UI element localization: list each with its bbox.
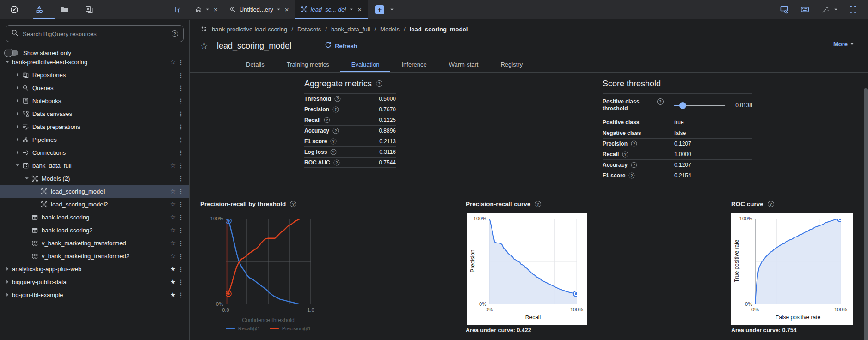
help-icon[interactable] xyxy=(631,162,637,168)
vertical-scrollbar[interactable] xyxy=(864,88,868,340)
chevron-down-icon[interactable] xyxy=(277,7,281,12)
pr-by-threshold-help-icon[interactable] xyxy=(290,201,296,207)
item-menu-icon[interactable] xyxy=(177,227,185,234)
tree-item-notebooks[interactable]: Notebooks xyxy=(0,94,189,107)
expander-caret-right-icon[interactable] xyxy=(13,136,22,143)
breadcrumb-bank-predictive-lead-scoring[interactable]: bank-predictive-lead-scoring xyxy=(212,26,287,33)
pr-by-threshold-chart[interactable] xyxy=(226,219,311,306)
help-icon[interactable] xyxy=(629,173,635,179)
item-menu-icon[interactable] xyxy=(177,266,185,273)
tree-item-data-canvases[interactable]: Data canvases xyxy=(0,107,189,120)
expander-caret-right-icon[interactable] xyxy=(13,110,22,117)
folder-icon[interactable] xyxy=(58,4,70,16)
expander-caret-down-icon[interactable] xyxy=(3,58,12,66)
item-menu-icon[interactable] xyxy=(177,85,185,91)
tab-warm-start[interactable]: Warm-start xyxy=(438,57,490,72)
breadcrumb-models[interactable]: Models xyxy=(380,26,400,33)
magic-wand-icon[interactable] xyxy=(819,4,831,16)
tree-item-bank-data-full[interactable]: bank_data_full xyxy=(0,159,189,172)
star-icon[interactable] xyxy=(169,239,177,247)
tree-item-lead-scoring-model2[interactable]: lead_scoring_model2 xyxy=(0,198,189,211)
help-icon[interactable] xyxy=(631,141,637,147)
item-menu-icon[interactable] xyxy=(177,110,185,117)
tab-list-chevron-down-icon[interactable] xyxy=(390,7,394,12)
slider-knob[interactable] xyxy=(679,102,686,109)
repository-panel-icon[interactable] xyxy=(83,4,95,16)
breadcrumb-bank-data-full[interactable]: bank_data_full xyxy=(331,26,370,33)
tree-item-bank-lead-scoring2[interactable]: bank-lead-scoring2 xyxy=(0,224,189,237)
help-icon[interactable] xyxy=(657,98,664,105)
editor-tab-home[interactable] xyxy=(190,0,224,19)
expander-caret-right-icon[interactable] xyxy=(13,149,22,156)
star-icon[interactable] xyxy=(169,226,177,234)
expander-caret-right-icon[interactable] xyxy=(3,278,12,285)
star-icon[interactable] xyxy=(169,278,177,285)
expander-caret-right-icon[interactable] xyxy=(13,97,22,104)
tree-item-models-2[interactable]: Models (2) xyxy=(0,172,189,185)
breadcrumb-datasets[interactable]: Datasets xyxy=(297,26,321,33)
pr-curve-help-icon[interactable] xyxy=(535,201,541,207)
refresh-button[interactable]: Refresh xyxy=(325,42,357,50)
more-button[interactable]: More xyxy=(833,41,854,48)
star-icon[interactable] xyxy=(169,291,177,298)
show-starred-toggle[interactable] xyxy=(6,50,18,56)
compass-icon[interactable] xyxy=(8,4,20,16)
close-tab-icon[interactable] xyxy=(213,6,219,13)
pr-curve-chart[interactable] xyxy=(489,219,577,306)
search-box[interactable] xyxy=(6,25,184,42)
tab-evaluation[interactable]: Evaluation xyxy=(340,57,391,72)
tree-item-v-bank-marketing-transformed2[interactable]: v_bank_marketing_transformed2 xyxy=(0,249,189,262)
item-menu-icon[interactable] xyxy=(177,214,185,221)
item-menu-icon[interactable] xyxy=(177,175,185,182)
editor-tab-untitled-query[interactable]: Untitled...ery xyxy=(224,0,295,19)
tab-inference[interactable]: Inference xyxy=(390,57,437,72)
tab-registry[interactable]: Registry xyxy=(489,57,534,72)
help-icon[interactable] xyxy=(324,117,330,123)
expander-caret-right-icon[interactable] xyxy=(13,123,22,130)
threshold-slider[interactable] xyxy=(674,102,725,109)
item-menu-icon[interactable] xyxy=(177,188,185,195)
star-icon[interactable] xyxy=(169,58,177,66)
item-menu-icon[interactable] xyxy=(177,123,185,130)
expander-caret-down-icon[interactable] xyxy=(22,175,31,182)
help-icon[interactable] xyxy=(335,96,341,102)
tree-item-bank-lead-scoring[interactable]: bank-lead-scoring xyxy=(0,211,189,224)
explorer-shapes-icon[interactable] xyxy=(33,4,45,16)
item-menu-icon[interactable] xyxy=(177,201,185,208)
chevron-down-icon[interactable] xyxy=(349,7,353,12)
chevron-down-icon[interactable] xyxy=(205,7,209,12)
item-menu-icon[interactable] xyxy=(177,97,185,104)
roc-curve-chart[interactable] xyxy=(755,219,841,306)
tree-item-lead-scoring-model[interactable]: lead_scoring_model xyxy=(0,185,189,198)
fullscreen-icon[interactable] xyxy=(847,4,859,16)
expander-caret-right-icon[interactable] xyxy=(13,71,22,79)
item-menu-icon[interactable] xyxy=(177,59,185,66)
expander-caret-right-icon[interactable] xyxy=(3,265,12,273)
schedule-laptop-icon[interactable] xyxy=(778,4,790,16)
tab-training-metrics[interactable]: Training metrics xyxy=(276,57,340,72)
item-menu-icon[interactable] xyxy=(177,240,185,247)
collapse-sidebar-icon[interactable] xyxy=(172,4,184,16)
item-menu-icon[interactable] xyxy=(177,149,185,156)
star-icon[interactable] xyxy=(169,200,177,208)
star-icon[interactable] xyxy=(169,188,177,195)
item-menu-icon[interactable] xyxy=(177,136,185,143)
close-tab-icon[interactable] xyxy=(284,6,290,13)
star-icon[interactable] xyxy=(169,252,177,260)
expander-caret-right-icon[interactable] xyxy=(13,84,22,91)
tree-item-bank-predictive-lead-scoring[interactable]: bank-predictive-lead-scoring xyxy=(0,55,189,68)
aggregate-metrics-help-icon[interactable] xyxy=(376,80,382,87)
item-menu-icon[interactable] xyxy=(177,72,185,79)
item-menu-icon[interactable] xyxy=(177,291,185,298)
star-icon[interactable] xyxy=(169,162,177,169)
star-icon[interactable] xyxy=(169,265,177,273)
expander-caret-down-icon[interactable] xyxy=(13,162,22,169)
tree-item-data-preparations[interactable]: Data preparations xyxy=(0,120,189,133)
help-icon[interactable] xyxy=(333,107,339,113)
help-icon[interactable] xyxy=(331,139,337,145)
tree-item-queries[interactable]: Queries xyxy=(0,81,189,94)
keyboard-icon[interactable] xyxy=(799,4,811,16)
item-menu-icon[interactable] xyxy=(177,162,185,169)
tree-item-v-bank-marketing-transformed[interactable]: v_bank_marketing_transformed xyxy=(0,237,189,249)
close-tab-icon[interactable] xyxy=(357,6,363,13)
